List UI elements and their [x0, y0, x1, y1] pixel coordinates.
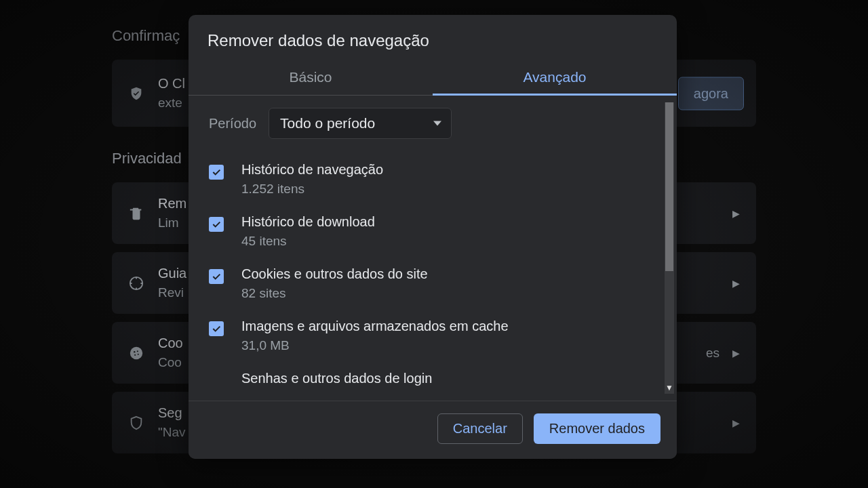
checkbox-download-history[interactable]	[209, 217, 224, 232]
chevron-right-icon: ▶	[732, 208, 740, 219]
option-title: Histórico de download	[241, 214, 375, 230]
option-sub: 1.252 itens	[241, 182, 383, 197]
svg-point-1	[130, 346, 142, 359]
dialog-body: Período Todo o período Histórico de nave…	[189, 96, 677, 401]
clear-browsing-data-dialog: Remover dados de navegação Básico Avança…	[189, 15, 677, 459]
tab-basic[interactable]: Básico	[189, 62, 433, 95]
svg-point-4	[134, 354, 136, 355]
option-sub: 45 itens	[241, 234, 375, 249]
chevron-right-icon: ▶	[732, 278, 740, 289]
option-title: Imagens e arquivos armazenados em cache	[241, 319, 509, 334]
option-browsing-history: Histórico de navegação 1.252 itens	[208, 157, 655, 209]
dialog-tabs: Básico Avançado	[189, 62, 677, 96]
time-range-select[interactable]: Todo o período	[269, 108, 452, 139]
option-cached-images: Imagens e arquivos armazenados em cache …	[208, 313, 655, 365]
checkbox-cookies[interactable]	[209, 269, 224, 284]
remove-data-button[interactable]: Remover dados	[534, 413, 660, 444]
trash-icon	[128, 205, 144, 222]
svg-point-3	[137, 350, 138, 352]
option-cookies: Cookies e outros dados do site 82 sites	[208, 261, 655, 313]
svg-point-5	[138, 353, 139, 354]
dialog-title: Remover dados de navegação	[189, 15, 677, 62]
shield-check-icon	[128, 85, 144, 102]
caret-down-icon	[433, 121, 441, 126]
scrollbar[interactable]	[665, 102, 674, 394]
chevron-right-icon: ▶	[732, 418, 740, 428]
checkbox-browsing-history[interactable]	[209, 165, 224, 180]
shield-icon	[128, 415, 144, 431]
option-title: Cookies e outros dados do site	[241, 266, 428, 282]
option-download-history: Histórico de download 45 itens	[208, 209, 655, 261]
dialog-footer: Cancelar Remover dados	[189, 401, 677, 459]
chevron-right-icon: ▶	[732, 348, 740, 359]
time-range-label: Período	[209, 116, 256, 131]
time-range-value: Todo o período	[280, 115, 375, 131]
scrollbar-down-arrow-icon[interactable]: ▼	[665, 383, 673, 392]
option-title: Histórico de navegação	[241, 162, 383, 178]
svg-point-2	[134, 350, 135, 352]
option-sub: 82 sites	[241, 286, 428, 301]
cookie-icon	[128, 345, 144, 361]
cancel-button[interactable]: Cancelar	[437, 413, 523, 444]
option-passwords: Senhas e outros dados de login	[208, 365, 655, 389]
tab-advanced[interactable]: Avançado	[433, 62, 677, 95]
option-sub: 31,0 MB	[241, 338, 509, 353]
row-suffix: es	[706, 346, 719, 361]
scrollbar-thumb[interactable]	[665, 102, 673, 271]
checkbox-cached-images[interactable]	[209, 321, 224, 336]
time-range-row: Período Todo o período	[208, 108, 655, 139]
option-title: Senhas e outros dados de login	[241, 371, 432, 386]
compass-icon	[128, 275, 144, 291]
check-now-button[interactable]: agora	[678, 77, 744, 110]
